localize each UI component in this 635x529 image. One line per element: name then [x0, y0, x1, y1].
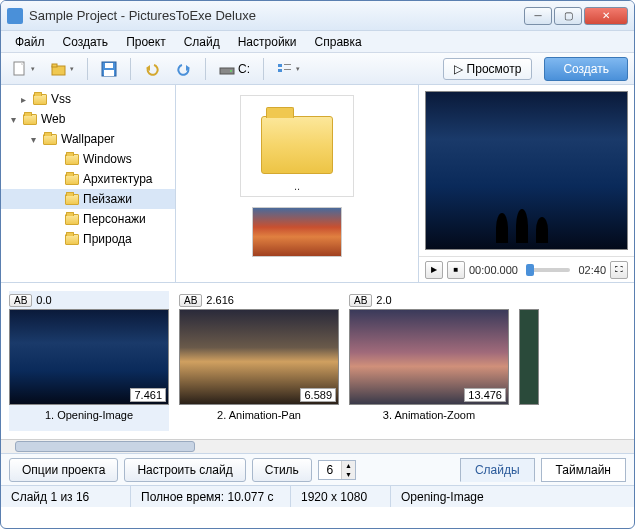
spin-down[interactable]: ▼ [341, 470, 355, 479]
play-button[interactable]: ▶ [425, 261, 443, 279]
redo-button[interactable] [171, 59, 197, 79]
folder-icon [65, 174, 79, 185]
save-button[interactable] [96, 58, 122, 80]
file-thumbnail[interactable] [252, 207, 342, 257]
folder-icon [33, 94, 47, 105]
slides-scrollbar[interactable] [1, 439, 634, 453]
tree-label: Wallpaper [61, 132, 115, 146]
spin-up[interactable]: ▲ [341, 461, 355, 470]
slide-card[interactable] [519, 291, 539, 431]
titlebar: Sample Project - PicturesToExe Deluxe ─ … [1, 1, 634, 31]
tree-label: Архитектура [83, 172, 153, 186]
folder-icon [65, 234, 79, 245]
slide-start-time: 2.616 [206, 294, 234, 306]
svg-rect-4 [105, 63, 113, 68]
folder-icon[interactable] [261, 116, 333, 174]
svg-rect-2 [52, 64, 57, 67]
slide-name: 1. Opening-Image [9, 409, 169, 421]
status-resolution: 1920 x 1080 [291, 486, 391, 507]
status-slide: Слайд 1 из 16 [1, 486, 131, 507]
svg-point-7 [230, 70, 232, 72]
configure-slide-button[interactable]: Настроить слайд [124, 458, 245, 482]
style-button[interactable]: Стиль [252, 458, 312, 482]
close-button[interactable]: ✕ [584, 7, 628, 25]
menu-help[interactable]: Справка [307, 33, 370, 51]
app-window: Sample Project - PicturesToExe Deluxe ─ … [0, 0, 635, 529]
slide-card[interactable]: AB2.6166.5892. Animation-Pan [179, 291, 339, 431]
tree-toggle-icon[interactable]: ▾ [11, 114, 23, 125]
slide-name: 3. Animation-Zoom [349, 409, 509, 421]
tree-item[interactable]: ▾Wallpaper [1, 129, 175, 149]
slide-name: 2. Animation-Pan [179, 409, 339, 421]
ab-button[interactable]: AB [9, 294, 32, 307]
slide-start-time: 0.0 [36, 294, 51, 306]
svg-rect-11 [284, 69, 291, 70]
ab-button[interactable]: AB [179, 294, 202, 307]
slide-duration: 6.589 [300, 388, 336, 402]
tree-label: Web [41, 112, 65, 126]
menu-settings[interactable]: Настройки [230, 33, 305, 51]
preview-image[interactable] [425, 91, 628, 250]
tree-item[interactable]: Пейзажи [1, 189, 175, 209]
status-time: Полное время: 10.077 с [131, 486, 291, 507]
count-input[interactable] [319, 463, 341, 477]
menu-project[interactable]: Проект [118, 33, 174, 51]
status-name: Opening-Image [391, 486, 634, 507]
folder-tree[interactable]: ▸Vss▾Web▾WallpaperWindowsАрхитектураПейз… [1, 85, 176, 282]
preview-label: Просмотр [467, 62, 522, 76]
slide-duration: 7.461 [130, 388, 166, 402]
tab-slides[interactable]: Слайды [460, 458, 535, 482]
fullscreen-button[interactable]: ⛶ [610, 261, 628, 279]
folder-icon [65, 194, 79, 205]
tree-item[interactable]: ▸Vss [1, 89, 175, 109]
preview-pane: ▶ ■ 00:00.000 02:40 ⛶ [419, 85, 634, 282]
undo-button[interactable] [139, 59, 165, 79]
drive-button[interactable]: C: [214, 59, 255, 79]
toolbar: ▾ ▾ C: ▾ ▷Просмотр Создать [1, 53, 634, 85]
maximize-button[interactable]: ▢ [554, 7, 582, 25]
tree-label: Пейзажи [83, 192, 132, 206]
timeline-slider[interactable] [526, 268, 571, 272]
tree-toggle-icon[interactable]: ▾ [31, 134, 43, 145]
preview-button[interactable]: ▷Просмотр [443, 58, 533, 80]
ab-button[interactable]: AB [349, 294, 372, 307]
tree-item[interactable]: Windows [1, 149, 175, 169]
slide-card[interactable]: AB2.013.4763. Animation-Zoom [349, 291, 509, 431]
menu-create[interactable]: Создать [55, 33, 117, 51]
time-current: 00:00.000 [469, 264, 518, 276]
slide-thumbnail[interactable]: 6.589 [179, 309, 339, 405]
create-button[interactable]: Создать [544, 57, 628, 81]
svg-rect-9 [278, 69, 282, 72]
slides-panel: AB0.07.4611. Opening-ImageAB2.6166.5892.… [1, 283, 634, 453]
tree-label: Vss [51, 92, 71, 106]
tree-item[interactable]: Персонажи [1, 209, 175, 229]
tree-toggle-icon[interactable]: ▸ [21, 94, 33, 105]
slide-thumbnail[interactable]: 7.461 [9, 309, 169, 405]
tree-label: Природа [83, 232, 132, 246]
folder-icon [65, 214, 79, 225]
slide-card[interactable]: AB0.07.4611. Opening-Image [9, 291, 169, 431]
slides-strip[interactable]: AB0.07.4611. Opening-ImageAB2.6166.5892.… [1, 283, 634, 439]
view-options-button[interactable]: ▾ [272, 59, 305, 79]
tree-item[interactable]: ▾Web [1, 109, 175, 129]
tree-item[interactable]: Природа [1, 229, 175, 249]
folder-icon [65, 154, 79, 165]
project-options-button[interactable]: Опции проекта [9, 458, 118, 482]
tab-timeline[interactable]: Таймлайн [541, 458, 626, 482]
file-browser[interactable]: .. [176, 85, 419, 282]
tree-label: Персонажи [83, 212, 146, 226]
tree-item[interactable]: Архитектура [1, 169, 175, 189]
stop-button[interactable]: ■ [447, 261, 465, 279]
count-stepper[interactable]: ▲▼ [318, 460, 356, 480]
time-total: 02:40 [578, 264, 606, 276]
menu-slide[interactable]: Слайд [176, 33, 228, 51]
menu-file[interactable]: Файл [7, 33, 53, 51]
parent-folder-label: .. [261, 180, 333, 192]
open-button[interactable]: ▾ [46, 59, 79, 79]
slide-thumbnail[interactable]: 13.476 [349, 309, 509, 405]
new-file-button[interactable]: ▾ [7, 58, 40, 80]
minimize-button[interactable]: ─ [524, 7, 552, 25]
slide-start-time: 2.0 [376, 294, 391, 306]
play-icon: ▷ [454, 62, 463, 76]
bottom-toolbar: Опции проекта Настроить слайд Стиль ▲▼ С… [1, 453, 634, 485]
